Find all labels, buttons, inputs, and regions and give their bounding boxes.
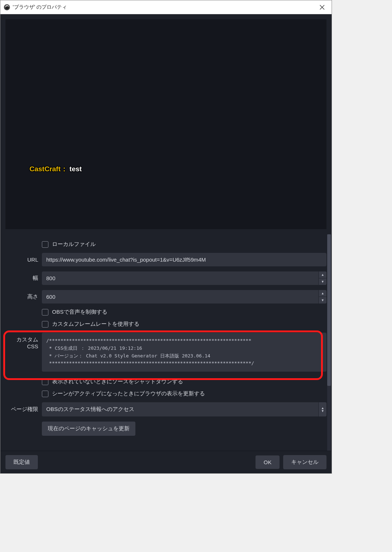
height-label: 高さ bbox=[5, 293, 42, 300]
page-permission-select[interactable]: OBSのステータス情報へのアクセス bbox=[42, 402, 318, 416]
footer: 既定値 OK キャンセル bbox=[0, 451, 332, 473]
scrollbar-thumb[interactable] bbox=[327, 234, 331, 386]
close-button[interactable] bbox=[316, 2, 329, 12]
local-file-checkbox[interactable] bbox=[42, 241, 48, 248]
width-label: 幅 bbox=[5, 275, 42, 282]
titlebar: 'ブラウザ' のプロパティ bbox=[0, 0, 332, 14]
properties-window: 'ブラウザ' のプロパティ CastCraft： test ローカルファイル U… bbox=[0, 0, 332, 474]
width-down-icon[interactable]: ▼ bbox=[319, 278, 326, 285]
refresh-cache-button[interactable]: 現在のページのキャッシュを更新 bbox=[42, 422, 135, 436]
shutdown-checkbox[interactable] bbox=[42, 379, 48, 385]
preview-author: CastCraft： bbox=[29, 165, 68, 173]
preview-message: test bbox=[70, 165, 82, 173]
content-area: CastCraft： test ローカルファイル URL 幅 bbox=[0, 14, 332, 473]
local-file-label: ローカルファイル bbox=[52, 241, 96, 248]
refresh-cache-row: 現在のページのキャッシュを更新 bbox=[5, 422, 326, 436]
page-permission-label: ページ権限 bbox=[5, 406, 42, 413]
shutdown-label: 表示されていないときにソースをシャットダウンする bbox=[52, 378, 183, 385]
url-row: URL bbox=[5, 253, 326, 266]
obs-icon bbox=[3, 4, 11, 11]
updown-icon[interactable]: ▲ ▼ bbox=[318, 402, 326, 416]
url-label: URL bbox=[5, 257, 42, 263]
cancel-button[interactable]: キャンセル bbox=[283, 455, 326, 469]
shutdown-row: 表示されていないときにソースをシャットダウンする bbox=[42, 378, 326, 385]
refresh-active-row: シーンがアクティブになったときにブラウザの表示を更新する bbox=[42, 390, 326, 397]
height-up-icon[interactable]: ▲ bbox=[319, 290, 326, 297]
custom-fps-row: カスタムフレームレートを使用する bbox=[42, 321, 326, 328]
obs-audio-checkbox[interactable] bbox=[42, 309, 48, 316]
defaults-button[interactable]: 既定値 bbox=[5, 455, 38, 469]
height-row: 高さ ▲ ▼ bbox=[5, 290, 326, 304]
preview-chat-line: CastCraft： test bbox=[29, 164, 82, 174]
custom-css-label: カスタム CSS bbox=[5, 333, 42, 349]
obs-audio-label: OBSで音声を制御する bbox=[52, 309, 107, 316]
url-input[interactable] bbox=[42, 253, 326, 266]
ok-button[interactable]: OK bbox=[256, 455, 280, 469]
custom-fps-label: カスタムフレームレートを使用する bbox=[52, 321, 139, 328]
local-file-row: ローカルファイル bbox=[42, 241, 326, 248]
browser-preview: CastCraft： test bbox=[5, 19, 326, 229]
page-permission-row: ページ権限 OBSのステータス情報へのアクセス ▲ ▼ bbox=[5, 402, 326, 416]
height-input[interactable] bbox=[42, 290, 318, 304]
custom-fps-checkbox[interactable] bbox=[42, 321, 48, 328]
refresh-active-checkbox[interactable] bbox=[42, 391, 48, 397]
window-title: 'ブラウザ' のプロパティ bbox=[13, 4, 316, 11]
custom-css-textarea[interactable]: /***************************************… bbox=[42, 333, 326, 372]
form-area: ローカルファイル URL 幅 ▲ ▼ bbox=[0, 234, 332, 451]
obs-audio-row: OBSで音声を制御する bbox=[42, 309, 326, 316]
refresh-active-label: シーンがアクティブになったときにブラウザの表示を更新する bbox=[52, 390, 205, 397]
height-down-icon[interactable]: ▼ bbox=[319, 297, 326, 304]
custom-css-row: カスタム CSS /******************************… bbox=[5, 333, 326, 373]
width-row: 幅 ▲ ▼ bbox=[5, 271, 326, 285]
width-input[interactable] bbox=[42, 271, 318, 285]
width-up-icon[interactable]: ▲ bbox=[319, 271, 326, 278]
scrollbar[interactable] bbox=[327, 234, 331, 451]
